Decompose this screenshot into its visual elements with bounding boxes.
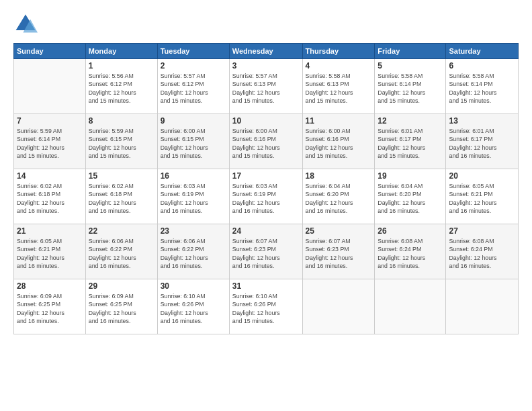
logo bbox=[13, 12, 42, 36]
day-number: 17 bbox=[232, 171, 300, 181]
calendar-cell: 4Sunrise: 5:58 AM Sunset: 6:13 PM Daylig… bbox=[302, 59, 375, 114]
calendar-cell: 30Sunrise: 6:10 AM Sunset: 6:26 PM Dayli… bbox=[157, 279, 229, 334]
day-number: 6 bbox=[449, 61, 515, 71]
calendar-cell: 10Sunrise: 6:00 AM Sunset: 6:16 PM Dayli… bbox=[229, 114, 302, 169]
calendar-day-header: Friday bbox=[375, 44, 446, 59]
calendar-cell: 15Sunrise: 6:02 AM Sunset: 6:18 PM Dayli… bbox=[85, 169, 157, 224]
calendar-cell: 18Sunrise: 6:04 AM Sunset: 6:20 PM Dayli… bbox=[302, 169, 375, 224]
day-number: 15 bbox=[89, 171, 154, 181]
day-number: 3 bbox=[232, 61, 300, 71]
calendar-week-row: 7Sunrise: 5:59 AM Sunset: 6:14 PM Daylig… bbox=[14, 114, 519, 169]
calendar-day-header: Thursday bbox=[302, 44, 375, 59]
calendar-cell: 17Sunrise: 6:03 AM Sunset: 6:19 PM Dayli… bbox=[229, 169, 302, 224]
day-info: Sunrise: 6:02 AM Sunset: 6:18 PM Dayligh… bbox=[17, 182, 83, 215]
calendar-cell: 5Sunrise: 5:58 AM Sunset: 6:14 PM Daylig… bbox=[375, 59, 446, 114]
calendar-cell: 21Sunrise: 6:05 AM Sunset: 6:21 PM Dayli… bbox=[14, 224, 86, 279]
day-number: 10 bbox=[232, 116, 300, 126]
calendar-cell: 28Sunrise: 6:09 AM Sunset: 6:25 PM Dayli… bbox=[14, 279, 86, 334]
calendar-cell: 2Sunrise: 5:57 AM Sunset: 6:12 PM Daylig… bbox=[157, 59, 229, 114]
day-info: Sunrise: 6:01 AM Sunset: 6:17 PM Dayligh… bbox=[449, 127, 515, 160]
calendar-cell: 11Sunrise: 6:00 AM Sunset: 6:16 PM Dayli… bbox=[302, 114, 375, 169]
day-info: Sunrise: 6:07 AM Sunset: 6:23 PM Dayligh… bbox=[232, 237, 300, 270]
calendar-cell: 22Sunrise: 6:06 AM Sunset: 6:22 PM Dayli… bbox=[85, 224, 157, 279]
calendar-cell bbox=[14, 59, 86, 114]
calendar-cell: 31Sunrise: 6:10 AM Sunset: 6:26 PM Dayli… bbox=[229, 279, 302, 334]
calendar-cell: 14Sunrise: 6:02 AM Sunset: 6:18 PM Dayli… bbox=[14, 169, 86, 224]
calendar-cell: 6Sunrise: 5:58 AM Sunset: 6:14 PM Daylig… bbox=[446, 59, 519, 114]
day-info: Sunrise: 6:05 AM Sunset: 6:21 PM Dayligh… bbox=[449, 182, 515, 215]
day-number: 21 bbox=[17, 226, 83, 236]
day-number: 27 bbox=[449, 226, 515, 236]
day-number: 11 bbox=[306, 116, 372, 126]
calendar-cell: 26Sunrise: 6:08 AM Sunset: 6:24 PM Dayli… bbox=[375, 224, 446, 279]
day-info: Sunrise: 6:10 AM Sunset: 6:26 PM Dayligh… bbox=[232, 292, 300, 325]
day-number: 30 bbox=[161, 281, 226, 291]
day-number: 25 bbox=[306, 226, 372, 236]
day-number: 1 bbox=[89, 61, 154, 71]
day-info: Sunrise: 6:10 AM Sunset: 6:26 PM Dayligh… bbox=[161, 292, 226, 325]
day-info: Sunrise: 6:00 AM Sunset: 6:16 PM Dayligh… bbox=[306, 127, 372, 160]
day-number: 7 bbox=[17, 116, 83, 126]
day-info: Sunrise: 6:06 AM Sunset: 6:22 PM Dayligh… bbox=[161, 237, 226, 270]
day-info: Sunrise: 6:03 AM Sunset: 6:19 PM Dayligh… bbox=[232, 182, 300, 215]
day-info: Sunrise: 5:56 AM Sunset: 6:12 PM Dayligh… bbox=[89, 72, 154, 105]
calendar-cell: 20Sunrise: 6:05 AM Sunset: 6:21 PM Dayli… bbox=[446, 169, 519, 224]
calendar-cell: 29Sunrise: 6:09 AM Sunset: 6:25 PM Dayli… bbox=[85, 279, 157, 334]
day-number: 28 bbox=[17, 281, 83, 291]
calendar-week-row: 28Sunrise: 6:09 AM Sunset: 6:25 PM Dayli… bbox=[14, 279, 519, 334]
day-number: 12 bbox=[378, 116, 443, 126]
day-number: 23 bbox=[161, 226, 226, 236]
day-info: Sunrise: 6:05 AM Sunset: 6:21 PM Dayligh… bbox=[17, 237, 83, 270]
day-info: Sunrise: 6:09 AM Sunset: 6:25 PM Dayligh… bbox=[17, 292, 83, 325]
day-number: 22 bbox=[89, 226, 154, 236]
day-info: Sunrise: 5:57 AM Sunset: 6:12 PM Dayligh… bbox=[161, 72, 226, 105]
calendar-cell: 12Sunrise: 6:01 AM Sunset: 6:17 PM Dayli… bbox=[375, 114, 446, 169]
calendar-day-header: Monday bbox=[85, 44, 157, 59]
day-info: Sunrise: 5:58 AM Sunset: 6:13 PM Dayligh… bbox=[306, 72, 372, 105]
calendar-cell: 7Sunrise: 5:59 AM Sunset: 6:14 PM Daylig… bbox=[14, 114, 86, 169]
day-number: 5 bbox=[378, 61, 443, 71]
calendar-week-row: 14Sunrise: 6:02 AM Sunset: 6:18 PM Dayli… bbox=[14, 169, 519, 224]
day-number: 31 bbox=[232, 281, 300, 291]
calendar-week-row: 21Sunrise: 6:05 AM Sunset: 6:21 PM Dayli… bbox=[14, 224, 519, 279]
day-info: Sunrise: 5:57 AM Sunset: 6:13 PM Dayligh… bbox=[232, 72, 300, 105]
day-number: 26 bbox=[378, 226, 443, 236]
day-info: Sunrise: 5:59 AM Sunset: 6:14 PM Dayligh… bbox=[17, 127, 83, 160]
day-info: Sunrise: 6:04 AM Sunset: 6:20 PM Dayligh… bbox=[306, 182, 372, 215]
page: SundayMondayTuesdayWednesdayThursdayFrid… bbox=[0, 0, 532, 411]
calendar-cell bbox=[375, 279, 446, 334]
calendar-cell: 1Sunrise: 5:56 AM Sunset: 6:12 PM Daylig… bbox=[85, 59, 157, 114]
day-number: 8 bbox=[89, 116, 154, 126]
day-info: Sunrise: 6:08 AM Sunset: 6:24 PM Dayligh… bbox=[378, 237, 443, 270]
calendar-cell: 8Sunrise: 5:59 AM Sunset: 6:15 PM Daylig… bbox=[85, 114, 157, 169]
day-info: Sunrise: 6:06 AM Sunset: 6:22 PM Dayligh… bbox=[89, 237, 154, 270]
calendar-cell: 9Sunrise: 6:00 AM Sunset: 6:15 PM Daylig… bbox=[157, 114, 229, 169]
logo-icon bbox=[13, 12, 38, 36]
calendar-day-header: Tuesday bbox=[157, 44, 229, 59]
day-number: 4 bbox=[306, 61, 372, 71]
day-info: Sunrise: 6:00 AM Sunset: 6:15 PM Dayligh… bbox=[161, 127, 226, 160]
day-number: 20 bbox=[449, 171, 515, 181]
calendar-day-header: Saturday bbox=[446, 44, 519, 59]
day-info: Sunrise: 6:04 AM Sunset: 6:20 PM Dayligh… bbox=[378, 182, 443, 215]
day-info: Sunrise: 5:59 AM Sunset: 6:15 PM Dayligh… bbox=[89, 127, 154, 160]
day-number: 19 bbox=[378, 171, 443, 181]
calendar-cell bbox=[446, 279, 519, 334]
day-number: 2 bbox=[161, 61, 226, 71]
calendar-cell: 3Sunrise: 5:57 AM Sunset: 6:13 PM Daylig… bbox=[229, 59, 302, 114]
calendar-cell: 19Sunrise: 6:04 AM Sunset: 6:20 PM Dayli… bbox=[375, 169, 446, 224]
day-info: Sunrise: 6:07 AM Sunset: 6:23 PM Dayligh… bbox=[306, 237, 372, 270]
day-number: 13 bbox=[449, 116, 515, 126]
calendar-cell: 16Sunrise: 6:03 AM Sunset: 6:19 PM Dayli… bbox=[157, 169, 229, 224]
day-info: Sunrise: 6:01 AM Sunset: 6:17 PM Dayligh… bbox=[378, 127, 443, 160]
calendar-cell: 24Sunrise: 6:07 AM Sunset: 6:23 PM Dayli… bbox=[229, 224, 302, 279]
header bbox=[13, 12, 519, 36]
calendar-day-header: Wednesday bbox=[229, 44, 302, 59]
calendar-day-header: Sunday bbox=[14, 44, 86, 59]
day-info: Sunrise: 6:03 AM Sunset: 6:19 PM Dayligh… bbox=[161, 182, 226, 215]
calendar-cell bbox=[302, 279, 375, 334]
calendar-week-row: 1Sunrise: 5:56 AM Sunset: 6:12 PM Daylig… bbox=[14, 59, 519, 114]
day-info: Sunrise: 6:08 AM Sunset: 6:24 PM Dayligh… bbox=[449, 237, 515, 270]
day-number: 24 bbox=[232, 226, 300, 236]
calendar-cell: 25Sunrise: 6:07 AM Sunset: 6:23 PM Dayli… bbox=[302, 224, 375, 279]
